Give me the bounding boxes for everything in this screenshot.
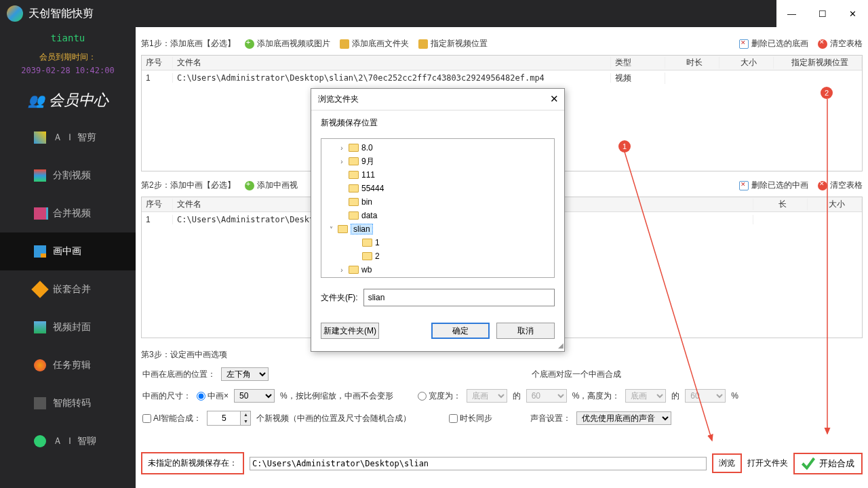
dialog-cancel-button[interactable]: 取消 (496, 323, 555, 339)
col-index: 序号 (142, 199, 173, 210)
clear-icon (818, 181, 827, 190)
sidebar-item-ai-cut[interactable]: Ａ Ｉ 智剪 (0, 119, 136, 157)
sound-label: 声音设置： (530, 413, 571, 424)
add-base-video-button[interactable]: 添加底画视频或图片 (245, 38, 330, 49)
folder-icon (362, 239, 372, 247)
tree-item[interactable]: ›9月 (321, 155, 554, 168)
ai-count-spinner[interactable]: ▲▼ (207, 411, 251, 426)
browse-button[interactable]: 浏览 (712, 453, 742, 473)
folder-icon (349, 157, 359, 165)
tree-item[interactable]: data (321, 209, 554, 222)
map-note: 个底画对应一个中画合成 (532, 369, 621, 380)
start-compose-button[interactable]: 开始合成 (793, 453, 863, 474)
open-folder-button[interactable]: 打开文件夹 (747, 458, 788, 469)
width-pct-select[interactable]: 60 (526, 389, 567, 403)
pin-icon (418, 39, 428, 49)
check-icon (802, 457, 815, 470)
col-index: 序号 (142, 57, 173, 68)
browse-folder-dialog: 浏览文件夹 ✕ 新视频保存位置 ›8.0›9月11155444bindata˅s… (311, 88, 565, 352)
tree-item[interactable]: bin (321, 195, 554, 209)
folder-icon (349, 144, 359, 152)
col-newpos: 指定新视频位置 (774, 57, 862, 68)
annotation-badge-2: 2 (821, 87, 833, 99)
plus-icon (245, 39, 254, 49)
dialog-ok-button[interactable]: 确定 (431, 323, 490, 339)
sound-select[interactable]: 优先使用底画的声音 (576, 411, 671, 425)
spinner-down-icon[interactable]: ▼ (241, 418, 250, 425)
width-base-select[interactable]: 底画 (467, 389, 507, 403)
size-ratio-suffix: %，按比例缩放，中画不会变形 (280, 390, 393, 402)
sidebar-item-nest[interactable]: 嵌套合并 (0, 270, 136, 308)
table-row[interactable]: 1 C:\Users\Administrator\Desktop\slian\2… (142, 70, 862, 85)
folder-icon (349, 211, 359, 220)
clear-overlay-table-button[interactable]: 清空表格 (818, 180, 863, 191)
dialog-close-button[interactable]: ✕ (550, 93, 559, 105)
col-duration: 长 (753, 199, 808, 210)
window-minimize-button[interactable]: — (776, 0, 807, 27)
size-width-radio[interactable]: 宽度为： (418, 390, 461, 402)
duration-sync-checkbox[interactable]: 时长同步 (449, 413, 492, 424)
add-base-folder-button[interactable]: 添加底画文件夹 (340, 38, 409, 49)
tree-item[interactable]: 1 (321, 236, 554, 249)
size-ratio-select[interactable]: 50 (234, 389, 275, 403)
set-new-video-pos-button[interactable]: 指定新视频位置 (418, 38, 488, 49)
folder-icon (349, 171, 359, 179)
tree-item[interactable]: ›8.0 (321, 141, 554, 155)
tree-item[interactable]: 2 (321, 249, 554, 263)
tree-item[interactable]: 55444 (321, 182, 554, 195)
pip-size-label: 中画的尺寸： (142, 390, 191, 402)
sidebar-member-center[interactable]: 👥会员中心 (0, 82, 136, 119)
tree-item[interactable]: ›wb (321, 263, 554, 277)
folder-tree[interactable]: ›8.0›9月11155444bindata˅slian12›wb (321, 138, 555, 278)
height-pct-select[interactable]: 60 (685, 389, 726, 403)
tree-item[interactable]: ˅slian (321, 222, 554, 236)
folder-icon (340, 39, 349, 49)
col-size: 大小 (808, 199, 862, 210)
new-folder-button[interactable]: 新建文件夹(M) (321, 323, 379, 339)
size-ratio-radio[interactable]: 中画× (197, 390, 229, 402)
dialog-subtitle: 新视频保存位置 (321, 117, 555, 129)
sidebar-item-transcode[interactable]: 智能转码 (0, 384, 136, 422)
folder-name-input[interactable] (363, 289, 555, 306)
add-overlay-video-button[interactable]: 添加中画视 (245, 180, 298, 191)
col-size: 大小 (719, 57, 774, 68)
window-close-button[interactable]: ✕ (837, 0, 868, 27)
delete-icon (739, 39, 749, 49)
sidebar-item-task[interactable]: 任务剪辑 (0, 346, 136, 384)
sidebar-item-ai-chat[interactable]: Ａ Ｉ 智聊 (0, 422, 136, 460)
tree-item[interactable]: 111 (321, 168, 554, 182)
col-filename: 文件名 (173, 57, 611, 68)
sidebar-item-merge[interactable]: 合并视频 (0, 195, 136, 232)
sidebar-item-pip[interactable]: 画中画 (0, 232, 136, 270)
delete-selected-base-button[interactable]: 删除已选的底画 (739, 38, 808, 49)
delete-selected-overlay-button[interactable]: 删除已选的中画 (739, 180, 808, 191)
save-path-input[interactable] (250, 457, 707, 470)
step2-label: 第2步：添加中画【必选】 (141, 180, 235, 191)
folder-icon (349, 266, 359, 274)
sidebar-username: tiantu (0, 27, 136, 49)
resize-grip-icon[interactable]: ◢ (558, 342, 562, 349)
sidebar-expire-date: 2039-02-28 10:42:00 (0, 66, 136, 82)
clear-base-table-button[interactable]: 清空表格 (818, 38, 863, 49)
window-maximize-button[interactable]: ☐ (807, 0, 837, 27)
spinner-up-icon[interactable]: ▲ (241, 411, 250, 418)
col-duration: 时长 (665, 57, 719, 68)
sidebar-item-cover[interactable]: 视频封面 (0, 308, 136, 346)
sidebar-item-split[interactable]: 分割视频 (0, 157, 136, 195)
plus-icon (245, 181, 254, 190)
app-logo-icon (7, 5, 23, 22)
pip-position-label: 中画在底画的位置： (142, 369, 216, 380)
height-base-select[interactable]: 底画 (625, 389, 666, 403)
dialog-title: 浏览文件夹 (318, 94, 359, 105)
clear-icon (818, 39, 827, 49)
folder-icon (349, 184, 359, 192)
folder-icon (362, 252, 372, 260)
pip-position-select[interactable]: 左下角 (221, 367, 269, 381)
ai-tail: 个新视频（中画的位置及尺寸会随机合成） (256, 413, 411, 424)
sidebar-expire-label: 会员到期时间： (0, 49, 136, 66)
delete-icon (739, 181, 749, 190)
app-title: 天创智能快剪 (28, 7, 94, 21)
step1-label: 第1步：添加底画【必选】 (141, 38, 235, 49)
save-path-label: 未指定的新视频保存在： (141, 452, 244, 474)
ai-compose-checkbox[interactable]: AI智能合成： (142, 413, 201, 424)
